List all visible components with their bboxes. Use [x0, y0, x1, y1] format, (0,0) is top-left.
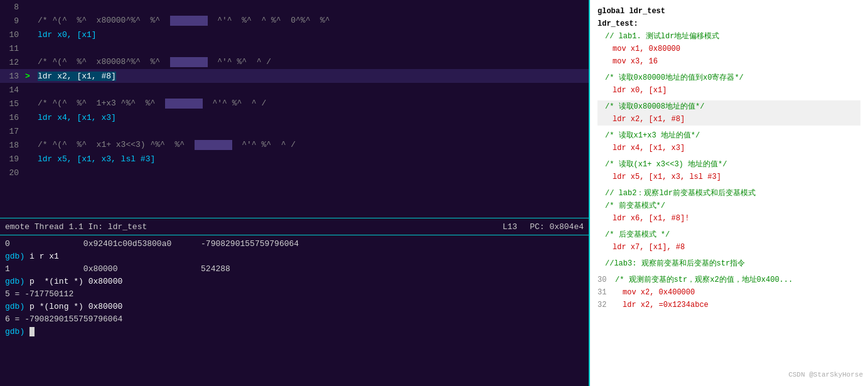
- right-line-30: 30 /* 观测前变基的str，观察x2的值，地址0x400...: [597, 274, 860, 286]
- right-comment-x0: /* 读取0x80000地址的值到x0寄存器*/: [597, 72, 860, 84]
- right-comment-lab1: // lab1. 测试ldr地址偏移模式: [597, 30, 860, 43]
- term-line-8: gdb): [5, 326, 584, 338]
- left-panel: 8 9 /* ^(^ %^ x80000^%^ %^ ^'^ %^ ^ %^ 0…: [0, 0, 590, 386]
- right-global: global ldr_test: [597, 5, 860, 18]
- term-line-2: gdb) i r x1: [5, 250, 584, 263]
- status-right: L13 PC: 0x804e4: [503, 222, 584, 232]
- term-line-5: 5 = -717750112: [5, 288, 584, 301]
- code-line-12: 12 /* ^(^ %^ x80008^%^ %^ ^'^ %^ ^ /: [0, 55, 589, 69]
- code-line-10: 10 ldr x0, [x1]: [0, 28, 589, 41]
- term-line-4: gdb) p *(int *) 0x80000: [5, 276, 584, 288]
- line-arrow-19: [25, 154, 35, 164]
- line-num-10: 10: [0, 30, 25, 40]
- term-line-3: 1 0x80000 524288: [5, 263, 584, 276]
- right-ldr-x4: ldr x4, [x1, x3]: [597, 142, 860, 154]
- right-ldr-x2: ldr x2, [x1, #8]: [597, 113, 860, 126]
- line-arrow-14: [25, 85, 35, 95]
- right-mov-x3: mov x3, 16: [597, 55, 860, 68]
- code-line-15: 15 /* ^(^ %^ 1+x3 ^%^ %^ ^'^ %^ ^ /: [0, 97, 589, 110]
- code-line-14: 14: [0, 83, 589, 97]
- line-arrow-16: [25, 113, 35, 122]
- line-arrow-20: [25, 168, 35, 178]
- line-arrow-17: [25, 127, 35, 136]
- right-comment-lab2: // lab2：观察ldr前变基模式和后变基模式: [597, 187, 860, 200]
- right-ldr-x5: ldr x5, [x1, x3, lsl #3]: [597, 171, 860, 183]
- line-content-19: ldr x5, [x1, x3, lsl #3]: [35, 154, 589, 164]
- line-num-20: 20: [0, 168, 25, 178]
- right-ldr-x6: ldr x6, [x1, #8]!: [597, 212, 860, 225]
- status-bar: emote Thread 1.1 In: ldr_test L13 PC: 0x…: [0, 218, 589, 235]
- right-ldr-x7: ldr x7, [x1], #8: [597, 241, 860, 254]
- line-num-15: 15: [0, 99, 25, 109]
- line-content-9: /* ^(^ %^ x80000^%^ %^ ^'^ %^ ^ %^ 0^%^ …: [35, 16, 589, 26]
- right-comment-post: /* 后变基模式 */: [597, 228, 860, 241]
- code-line-13: 13 > ldr x2, [x1, #8]: [0, 69, 589, 83]
- line-num-16: 16: [0, 113, 25, 122]
- terminal-area[interactable]: 0 0x92401c00d53800a0 -790829015575979606…: [0, 235, 589, 386]
- line-arrow-8: [25, 3, 35, 12]
- line-num-19: 19: [0, 154, 25, 164]
- line-num-8: 8: [0, 3, 25, 12]
- line-num-9: 9: [0, 16, 25, 26]
- csdn-watermark: CSDN @StarSkyHorse: [788, 368, 863, 381]
- line-arrow-12: [25, 58, 35, 67]
- code-line-8: 8: [0, 0, 589, 14]
- code-line-16: 16 ldr x4, [x1, x3]: [0, 110, 589, 124]
- line-content-18: /* ^(^ %^ x1+ x3<<3) ^%^ %^ ^'^ %^ ^ /: [35, 140, 589, 150]
- line-arrow-10: [25, 30, 35, 40]
- code-line-11: 11: [0, 41, 589, 55]
- term-line-6: gdb) p *(long *) 0x80000: [5, 301, 584, 313]
- line-num-14: 14: [0, 85, 25, 95]
- right-comment-x3-addr: /* 读取x1+x3 地址的值*/: [597, 129, 860, 142]
- code-line-9: 9 /* ^(^ %^ x80000^%^ %^ ^'^ %^ ^ %^ 0^%…: [0, 14, 589, 28]
- right-comment-x2: /* 读取0x80008地址的值*/: [597, 100, 860, 113]
- line-arrow-11: [25, 44, 35, 53]
- term-line-1: 0 0x92401c00d53800a0 -790829015575979606…: [5, 238, 584, 250]
- right-comment-pre: /* 前变基模式*/: [597, 200, 860, 212]
- code-area: 8 9 /* ^(^ %^ x80000^%^ %^ ^'^ %^ ^ %^ 0…: [0, 0, 589, 218]
- right-ldr-x0: ldr x0, [x1]: [597, 84, 860, 97]
- status-pc: PC: 0x804e4: [530, 222, 584, 232]
- code-line-17: 17: [0, 124, 589, 138]
- status-thread: emote Thread 1.1 In: ldr_test: [5, 222, 147, 232]
- line-num-17: 17: [0, 127, 25, 136]
- line-content-12: /* ^(^ %^ x80008^%^ %^ ^'^ %^ ^ /: [35, 57, 589, 67]
- term-line-7: 6 = -7908290155759796064: [5, 313, 584, 326]
- right-comment-x3-shift: /* 读取(x1+ x3<<3) 地址的值*/: [597, 158, 860, 171]
- right-label: ldr_test:: [597, 18, 860, 30]
- line-num-18: 18: [0, 141, 25, 150]
- line-arrow-18: [25, 141, 35, 150]
- right-panel: global ldr_test ldr_test: // lab1. 测试ldr…: [590, 0, 868, 386]
- line-arrow-15: [25, 99, 35, 109]
- code-line-20: 20: [0, 166, 589, 180]
- code-line-18: 18 /* ^(^ %^ x1+ x3<<3) ^%^ %^ ^'^ %^ ^ …: [0, 138, 589, 152]
- status-line: L13: [503, 222, 517, 232]
- line-content-16: ldr x4, [x1, x3]: [35, 113, 589, 122]
- line-num-13: 13: [0, 72, 25, 81]
- right-comment-lab3: //lab3: 观察前变基和后变基的str指令: [597, 257, 860, 270]
- right-mov-x1: mov x1, 0x80000: [597, 43, 860, 55]
- line-content-13: ldr x2, [x1, #8]: [35, 72, 589, 81]
- line-content-10: ldr x0, [x1]: [35, 30, 589, 40]
- line-num-12: 12: [0, 58, 25, 67]
- right-line-32: 32 ldr x2, =0x1234abce: [597, 299, 860, 311]
- line-arrow-13: >: [25, 72, 35, 81]
- line-content-15: /* ^(^ %^ 1+x3 ^%^ %^ ^'^ %^ ^ /: [35, 99, 589, 109]
- line-arrow-9: [25, 16, 35, 26]
- line-num-11: 11: [0, 44, 25, 53]
- code-line-19: 19 ldr x5, [x1, x3, lsl #3]: [0, 152, 589, 166]
- right-line-31: 31 mov x2, 0x400000: [597, 286, 860, 299]
